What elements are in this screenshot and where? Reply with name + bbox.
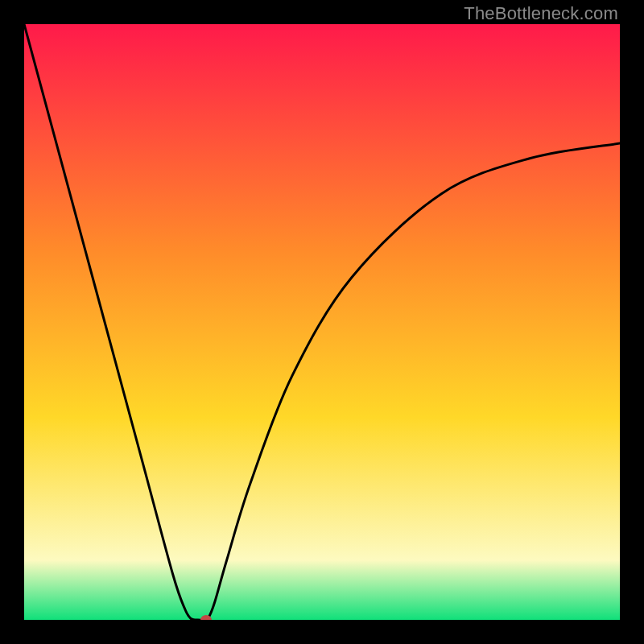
- chart-frame: TheBottleneck.com: [0, 0, 644, 644]
- watermark-text: TheBottleneck.com: [464, 3, 618, 24]
- plot-area: [24, 24, 620, 620]
- minimum-marker: [200, 615, 212, 620]
- bottleneck-curve: [24, 24, 620, 620]
